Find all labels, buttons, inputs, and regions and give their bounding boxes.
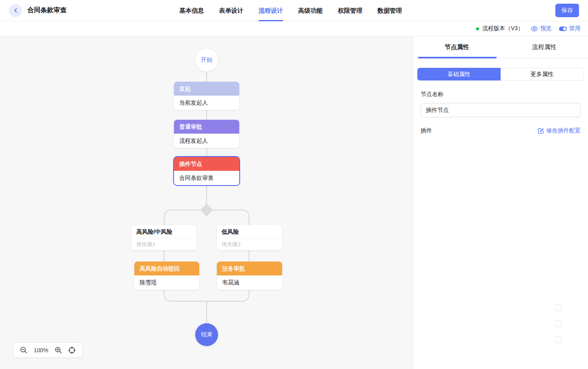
node-assignee: 陈雪瑶 [134, 275, 199, 290]
tab-form-design[interactable]: 表单设计 [219, 0, 243, 21]
save-button[interactable]: 保存 [555, 4, 579, 17]
side-action-button-2[interactable] [555, 320, 561, 327]
zoom-in-button[interactable] [55, 347, 62, 354]
condition-label: 低风险 [217, 225, 282, 238]
node-title: 发起 [174, 82, 239, 96]
back-button[interactable] [9, 4, 22, 17]
condition-priority: 优先级1 [131, 238, 196, 250]
plugin-label: 插件 [421, 127, 432, 134]
top-header: 合同条款审查 基本信息 表单设计 流程设计 高级功能 权限管理 数据管理 保存 [0, 0, 588, 21]
node-title: 法务审批 [217, 262, 282, 275]
page-title: 合同条款审查 [27, 6, 67, 15]
edit-plugin-config-link[interactable]: 修改插件配置 [538, 127, 581, 134]
tab-flow-design[interactable]: 流程设计 [258, 0, 283, 21]
eye-icon [531, 26, 538, 31]
node-assignee: 合同条款审查 [174, 171, 239, 185]
zoom-level: 100% [33, 347, 48, 353]
node-title: 高风险自动驳回 [134, 262, 199, 275]
zoom-in-icon [55, 347, 62, 354]
main-nav: 基本信息 表单设计 流程设计 高级功能 权限管理 数据管理 [179, 0, 402, 21]
preview-button[interactable]: 预览 [531, 25, 552, 32]
version-label: 流程版本（V3） [482, 25, 523, 32]
preview-label: 预览 [540, 25, 552, 32]
node-title: 普通审批 [174, 120, 239, 134]
toggle-on-icon [559, 27, 567, 31]
crosshair-icon [68, 347, 76, 354]
node-name-label: 节点名称 [421, 91, 581, 98]
condition-label: 高风险/中风险 [131, 225, 196, 238]
disable-label: 禁用 [569, 25, 581, 32]
node-name-input[interactable] [421, 103, 581, 117]
status-dot [476, 27, 479, 30]
tab-flow-properties[interactable]: 流程属性 [501, 36, 588, 58]
center-view-button[interactable] [68, 347, 76, 354]
zoom-out-icon [20, 347, 27, 354]
flow-node-approval[interactable]: 普通审批 流程发起人 [174, 120, 239, 148]
node-assignee: 流程发起人 [174, 134, 239, 148]
tab-node-properties[interactable]: 节点属性 [413, 36, 501, 58]
chevron-left-icon [13, 8, 18, 13]
tab-permissions[interactable]: 权限管理 [338, 0, 362, 21]
segment-more-properties[interactable]: 更多属性 [501, 68, 584, 81]
flow-node-plugin-selected[interactable]: 插件节点 合同条款审查 [174, 157, 239, 185]
segment-basic-properties[interactable]: 基础属性 [417, 68, 501, 81]
flow-condition-high-risk[interactable]: 高风险/中风险 优先级1 [131, 225, 196, 250]
side-action-button-1[interactable] [555, 304, 561, 311]
zoom-controls: 100% [13, 342, 82, 358]
flow-canvas[interactable]: 开始 发起 当前发起人 普通审批 流程发起人 插件节点 合同条款审查 高风险/中… [0, 36, 413, 369]
disable-toggle[interactable]: 禁用 [559, 25, 581, 32]
flow-node-legal-approval[interactable]: 法务审批 韦晨涵 [217, 262, 282, 290]
app-root: 合同条款审查 基本信息 表单设计 流程设计 高级功能 权限管理 数据管理 保存 … [0, 0, 588, 369]
tab-advanced[interactable]: 高级功能 [298, 0, 323, 21]
properties-panel: 节点属性 流程属性 基础属性 更多属性 节点名称 插件 [413, 36, 588, 369]
flow-node-auto-reject[interactable]: 高风险自动驳回 陈雪瑶 [134, 262, 199, 290]
version-group: 流程版本（V3） [476, 25, 523, 32]
flow-condition-low-risk[interactable]: 低风险 优先级2 [217, 225, 282, 250]
flow-end-node[interactable]: 结束 [195, 323, 218, 346]
node-title: 插件节点 [174, 157, 239, 171]
node-assignee: 韦晨涵 [217, 275, 282, 290]
condition-priority: 优先级2 [217, 238, 282, 250]
tab-basic-info[interactable]: 基本信息 [179, 0, 204, 21]
flow-node-initiate[interactable]: 发起 当前发起人 [174, 82, 239, 110]
zoom-out-button[interactable] [20, 347, 27, 354]
edit-plugin-config-label: 修改插件配置 [546, 127, 581, 134]
tab-data-mgmt[interactable]: 数据管理 [377, 0, 402, 21]
gateway-diamond-icon [200, 204, 213, 216]
flow-start-node[interactable]: 开始 [195, 49, 218, 72]
edit-pencil-icon [538, 128, 544, 134]
panel-tabs: 节点属性 流程属性 [413, 36, 588, 58]
flow-toolbar: 流程版本（V3） 预览 禁用 [0, 21, 588, 36]
side-action-button-3[interactable] [555, 336, 561, 343]
node-assignee: 当前发起人 [174, 96, 239, 110]
property-segmented-control: 基础属性 更多属性 [417, 68, 584, 81]
